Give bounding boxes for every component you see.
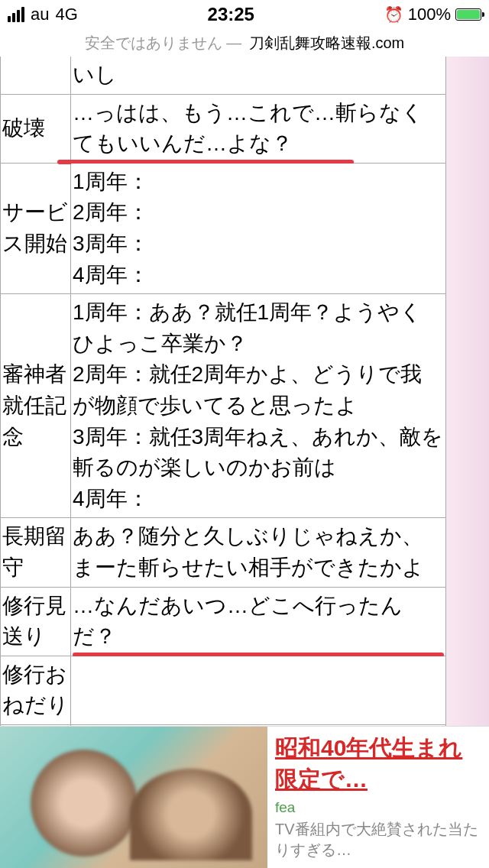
ad-banner[interactable]: 昭和40年代生まれ限定で… fea TV番組内で大絶賛された当たりすぎる… bbox=[0, 726, 489, 868]
row-label: サービス開始 bbox=[1, 163, 71, 293]
status-right: ⏰ 100% bbox=[384, 5, 481, 24]
row-text: …なんだあいつ…どこへ行ったんだ？ bbox=[73, 594, 403, 649]
table-row: 修行おねだり bbox=[1, 656, 446, 724]
row-label bbox=[1, 57, 71, 94]
row-text: …っはは、もう…これで…斬らなくてもいいんだ…よな？ bbox=[73, 101, 423, 156]
table-row: いし bbox=[1, 57, 446, 94]
ad-description: TV番組内で大絶賛された当たりすぎる… bbox=[275, 819, 481, 860]
security-label: 安全ではありません bbox=[85, 33, 222, 53]
clock: 23:25 bbox=[208, 4, 254, 25]
row-value: 1周年： 2周年： 3周年： 4周年： bbox=[71, 163, 446, 293]
row-label: 破壊 bbox=[1, 94, 71, 163]
network-label: 4G bbox=[55, 5, 77, 24]
row-value: 1周年：ああ？就任1周年？ようやくひよっこ卒業か？ 2周年：就任2周年かよ、どう… bbox=[71, 294, 446, 518]
row-value: いし bbox=[71, 57, 446, 94]
status-left: au 4G bbox=[8, 5, 78, 24]
row-value bbox=[71, 656, 446, 724]
alarm-icon: ⏰ bbox=[384, 5, 403, 24]
row-label: 長期留守 bbox=[1, 518, 71, 587]
table-row: 破壊 …っはは、もう…これで…斬らなくてもいいんだ…よな？ bbox=[1, 94, 446, 163]
table-row: 修行見送り …なんだあいつ…どこへ行ったんだ？ bbox=[1, 587, 446, 656]
row-label: 修行見送り bbox=[1, 587, 71, 656]
address-bar[interactable]: 安全ではありません — 刀剣乱舞攻略速報.com bbox=[0, 29, 489, 57]
ad-title[interactable]: 昭和40年代生まれ限定で… bbox=[275, 733, 481, 795]
url-separator: — bbox=[222, 34, 246, 52]
quotes-table: いし 破壊 …っはは、もう…これで…斬らなくてもいいんだ…よな？ サービス開始 … bbox=[0, 57, 446, 794]
status-bar: au 4G 23:25 ⏰ 100% bbox=[0, 0, 489, 29]
row-label: 修行おねだり bbox=[1, 656, 71, 724]
row-label: 審神者就任記念 bbox=[1, 294, 71, 518]
ad-image bbox=[0, 727, 267, 868]
battery-icon bbox=[455, 8, 481, 21]
row-value: ああ？随分と久しぶりじゃねえか、まーた斬らせたい相手ができたかよ bbox=[71, 518, 446, 587]
ad-source: fea bbox=[275, 799, 481, 816]
url-domain: 刀剣乱舞攻略速報.com bbox=[249, 33, 404, 53]
ad-text: 昭和40年代生まれ限定で… fea TV番組内で大絶賛された当たりすぎる… bbox=[267, 727, 489, 868]
table-row: サービス開始 1周年： 2周年： 3周年： 4周年： bbox=[1, 163, 446, 293]
row-value: …っはは、もう…これで…斬らなくてもいいんだ…よな？ bbox=[71, 94, 446, 163]
table-row: 審神者就任記念 1周年：ああ？就任1周年？ようやくひよっこ卒業か？ 2周年：就任… bbox=[1, 294, 446, 518]
carrier-label: au bbox=[31, 5, 49, 24]
row-value: …なんだあいつ…どこへ行ったんだ？ bbox=[71, 587, 446, 656]
signal-icon bbox=[8, 7, 24, 22]
battery-percent: 100% bbox=[408, 5, 451, 24]
table-row: 長期留守 ああ？随分と久しぶりじゃねえか、まーた斬らせたい相手ができたかよ bbox=[1, 518, 446, 587]
